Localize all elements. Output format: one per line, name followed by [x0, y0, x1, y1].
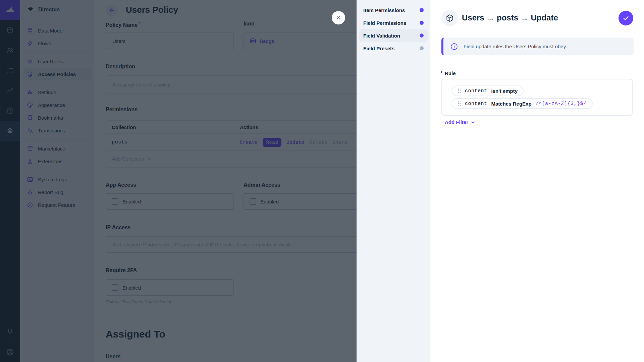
close-icon — [335, 15, 341, 21]
background-page: Directus Data Model Flows — [0, 0, 357, 362]
save-button[interactable] — [619, 11, 633, 25]
tab-label: Field Validation — [363, 33, 400, 39]
close-drawer-button[interactable] — [332, 11, 345, 24]
status-dot — [420, 46, 424, 50]
tab-label: Item Permissions — [363, 7, 405, 13]
cube-icon — [445, 14, 454, 22]
filter-operator[interactable]: Matches RegExp — [491, 101, 532, 107]
drawer-title: Users → posts → Update — [462, 13, 558, 22]
banner-text: Field update rules the Users Policy must… — [464, 44, 567, 49]
tab-field-validation[interactable]: Field Validation — [359, 29, 428, 42]
status-dot — [420, 34, 424, 38]
status-dot — [420, 21, 424, 25]
filter-rule-2[interactable]: content Matches RegExp /^[a-zA-Z]{3,}$/ — [451, 98, 593, 109]
edited-indicator-dot — [441, 71, 442, 73]
rule-card: content Isn't empty content Matches RegE… — [441, 79, 633, 116]
tab-field-permissions[interactable]: Field Permissions — [359, 16, 428, 29]
check-icon — [622, 14, 630, 22]
drawer-nav: Item Permissions Field Permissions Field… — [357, 0, 430, 362]
chevron-down-icon — [470, 120, 476, 125]
drag-handle-icon[interactable] — [458, 88, 461, 94]
filter-value[interactable]: /^[a-zA-Z]{3,}$/ — [536, 101, 587, 107]
filter-field[interactable]: content — [465, 88, 487, 94]
drawer-main: Users → posts → Update Field update rule… — [430, 0, 644, 362]
info-icon — [450, 43, 458, 51]
directus-app: Directus Data Model Flows — [0, 0, 644, 362]
rule-label: Rule — [445, 70, 456, 76]
status-dot — [420, 8, 424, 12]
drag-handle-icon[interactable] — [458, 101, 461, 106]
info-banner: Field update rules the Users Policy must… — [441, 38, 634, 55]
filter-operator[interactable]: Isn't empty — [491, 88, 518, 94]
rule-label-row: Rule — [441, 70, 456, 76]
filter-field[interactable]: content — [465, 101, 487, 107]
permissions-drawer: Item Permissions Field Permissions Field… — [357, 0, 644, 362]
tab-item-permissions[interactable]: Item Permissions — [359, 4, 428, 16]
tab-label: Field Permissions — [363, 20, 406, 26]
tab-label: Field Presets — [363, 46, 394, 51]
tab-field-presets[interactable]: Field Presets — [359, 42, 428, 55]
filter-rule-1[interactable]: content Isn't empty — [451, 85, 524, 96]
drawer-scrim[interactable] — [0, 0, 357, 362]
drawer-header-chip — [442, 10, 458, 26]
add-filter-button[interactable]: Add Filter — [445, 119, 476, 125]
